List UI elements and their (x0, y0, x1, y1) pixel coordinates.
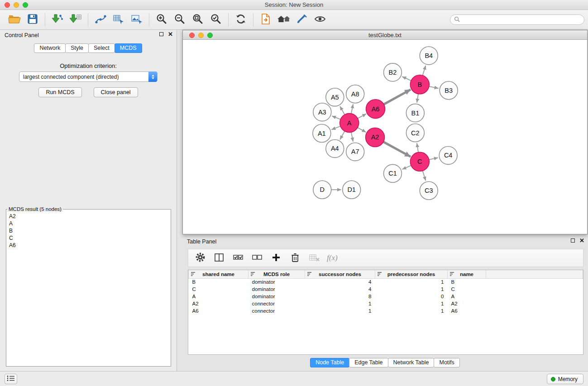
cell-successor-nodes[interactable]: 4 (305, 286, 375, 293)
search-box[interactable] (450, 14, 584, 25)
cell-MCDS-role[interactable]: connector (249, 307, 305, 315)
graph-edge-C-C2[interactable] (417, 143, 418, 152)
cell-name[interactable]: B (448, 278, 486, 286)
graph-edge-A6-B[interactable] (383, 90, 411, 105)
cell-MCDS-role[interactable]: connector (249, 300, 305, 307)
graph-node-A7[interactable]: A7 (346, 143, 364, 161)
refresh-layout-button[interactable] (232, 12, 250, 28)
table-row[interactable]: A6connector11A6 (189, 307, 583, 315)
import-network-button[interactable] (48, 12, 67, 28)
cell-name[interactable]: C (448, 286, 486, 293)
cell-predecessor-nodes[interactable]: 1 (375, 286, 448, 293)
table-tab-node-table[interactable]: Node Table (310, 358, 349, 367)
task-history-button[interactable] (5, 374, 17, 384)
float-table-panel-icon[interactable] (571, 238, 575, 243)
graph-node-A2[interactable]: A2 (366, 128, 385, 147)
network-canvas[interactable]: B4B2BB3A5A8A6B1A3AA1A2C2A4A7C4CC1C3DD1 (183, 40, 587, 234)
close-table-panel-icon[interactable]: ✕ (579, 238, 584, 243)
open-session-button[interactable] (5, 12, 24, 28)
graph-edge-C-C3[interactable] (422, 170, 425, 181)
graph-node-A3[interactable]: A3 (313, 103, 331, 121)
graph-node-B[interactable]: B (410, 75, 429, 94)
cell-predecessor-nodes[interactable]: 1 (375, 278, 448, 286)
show-details-eye-button[interactable] (311, 12, 329, 28)
graph-edge-A-A8[interactable] (351, 104, 353, 114)
select-all-checkboxes-button[interactable] (232, 251, 244, 265)
table-tab-network-table[interactable]: Network Table (388, 358, 435, 367)
settings-gear-button[interactable] (194, 251, 206, 265)
memory-button[interactable]: Memory (547, 374, 583, 384)
graph-node-A6[interactable]: A6 (366, 100, 385, 119)
cell-predecessor-nodes[interactable]: 1 (375, 300, 448, 307)
delete-row-button[interactable] (289, 251, 301, 265)
zoom-out-button[interactable] (171, 12, 189, 28)
table-row[interactable]: Adominator80A (189, 293, 583, 300)
graph-node-C[interactable]: C (410, 152, 429, 171)
home-button[interactable] (275, 12, 293, 28)
cell-shared-name[interactable]: B (189, 278, 249, 286)
table-row[interactable]: Cdominator41C (189, 286, 583, 293)
table-row[interactable]: A2connector11A2 (189, 300, 583, 307)
graph-edge-A-A5[interactable] (340, 106, 345, 115)
cell-MCDS-role[interactable]: dominator (249, 286, 305, 293)
search-input[interactable] (462, 17, 580, 23)
run-mcds-button[interactable]: Run MCDS (38, 87, 81, 97)
cell-MCDS-role[interactable]: dominator (249, 278, 305, 286)
column-header-name[interactable]: name (448, 270, 486, 278)
graph-node-C2[interactable]: C2 (406, 124, 424, 142)
mcds-result-item[interactable]: A (9, 220, 168, 227)
cell-name[interactable]: A (448, 293, 486, 300)
graph-node-A4[interactable]: A4 (326, 139, 344, 157)
import-table-button[interactable] (67, 12, 85, 28)
graph-edge-A2-C[interactable] (383, 142, 411, 157)
zoom-in-button[interactable] (153, 12, 171, 28)
mcds-result-item[interactable]: B (9, 227, 168, 234)
graph-node-C4[interactable]: C4 (439, 146, 457, 164)
mcds-result-item[interactable]: C (9, 234, 168, 242)
add-row-button[interactable] (270, 251, 282, 265)
graph-node-B1[interactable]: B1 (406, 104, 424, 122)
open-document-button[interactable] (257, 12, 275, 28)
cell-shared-name[interactable]: A2 (189, 300, 249, 307)
table-row[interactable]: Bdominator41B (189, 278, 583, 286)
cell-successor-nodes[interactable]: 1 (305, 300, 375, 307)
style-brush-button[interactable] (293, 12, 311, 28)
graph-node-C1[interactable]: C1 (384, 164, 402, 182)
graph-edge-C-C1[interactable] (402, 165, 411, 169)
cell-successor-nodes[interactable]: 1 (305, 307, 375, 315)
deselect-all-checkboxes-button[interactable] (251, 251, 263, 265)
graph-edge-A-A2[interactable] (357, 127, 366, 132)
graph-node-A1[interactable]: A1 (313, 124, 331, 143)
cell-shared-name[interactable]: A6 (189, 307, 249, 315)
close-panel-button[interactable]: Close panel (94, 87, 138, 97)
graph-edge-C-C4[interactable] (429, 157, 438, 160)
save-session-button[interactable] (24, 12, 42, 28)
graph-node-B3[interactable]: B3 (440, 81, 458, 100)
cell-successor-nodes[interactable]: 8 (305, 293, 375, 300)
tab-style[interactable]: Style (65, 43, 89, 53)
graph-node-B4[interactable]: B4 (420, 47, 438, 65)
column-header-shared-name[interactable]: shared name (189, 270, 249, 278)
column-header-predecessor-nodes[interactable]: predecessor nodes (375, 270, 448, 278)
table-tab-motifs[interactable]: Motifs (434, 358, 459, 367)
graph-node-D[interactable]: D (313, 181, 331, 199)
graph-edge-B-B4[interactable] (422, 66, 425, 76)
graph-node-A8[interactable]: A8 (346, 85, 364, 103)
cell-shared-name[interactable]: C (189, 286, 249, 293)
graph-edge-A-A6[interactable] (357, 114, 366, 119)
cell-successor-nodes[interactable]: 4 (305, 278, 375, 286)
column-layout-button[interactable] (213, 251, 225, 265)
cell-shared-name[interactable]: A (189, 293, 249, 300)
graph-edge-B-B1[interactable] (417, 93, 418, 102)
graph-node-A5[interactable]: A5 (326, 88, 344, 106)
graph-edge-A-A7[interactable] (351, 132, 353, 142)
graph-node-C3[interactable]: C3 (420, 181, 438, 200)
graph-edge-A-A4[interactable] (340, 131, 345, 139)
mcds-result-item[interactable]: A2 (9, 213, 168, 220)
tab-network[interactable]: Network (34, 43, 66, 53)
graph-edge-A-A1[interactable] (331, 126, 341, 130)
graph-node-D1[interactable]: D1 (343, 181, 361, 199)
table-tab-edge-table[interactable]: Edge Table (349, 358, 388, 367)
cell-name[interactable]: A2 (448, 300, 486, 307)
criterion-dropdown[interactable]: largest connected component (directed) (19, 71, 158, 82)
